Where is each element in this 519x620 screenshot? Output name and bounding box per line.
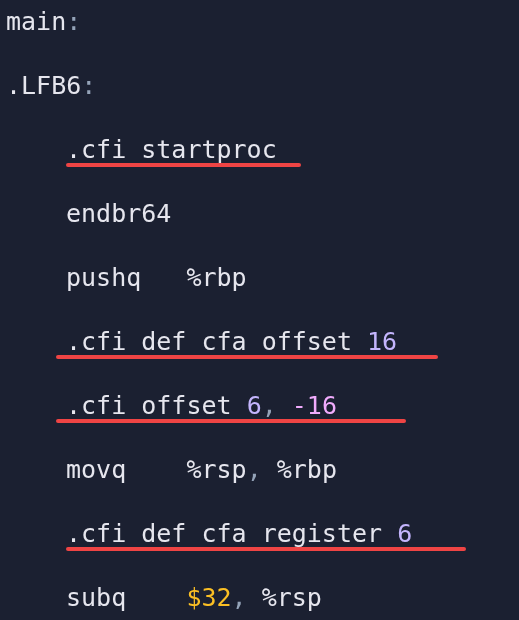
line-cfi-def-cfa-offset: .cfi_def_cfa_offset 16 bbox=[6, 326, 519, 358]
line-movq-rsp-rbp: movq %rsp, %rbp bbox=[6, 454, 519, 486]
operand: %rbp bbox=[277, 455, 337, 484]
comma: , bbox=[232, 583, 262, 612]
number: -16 bbox=[292, 391, 337, 420]
sp bbox=[382, 519, 397, 548]
directive: .cfi_startproc bbox=[66, 135, 277, 164]
line-cfi-offset: .cfi_offset 6, -16 bbox=[6, 390, 519, 422]
gap bbox=[141, 263, 186, 292]
opcode: subq bbox=[66, 583, 126, 612]
colon: : bbox=[81, 71, 96, 100]
line-pushq: pushq %rbp bbox=[6, 262, 519, 294]
opcode: endbr64 bbox=[66, 199, 171, 228]
line-endbr64: endbr64 bbox=[6, 198, 519, 230]
underline-icon bbox=[66, 547, 466, 551]
underline-icon bbox=[56, 355, 438, 359]
line-subq: subq $32, %rsp bbox=[6, 582, 519, 614]
opcode: movq bbox=[66, 455, 126, 484]
label: main bbox=[6, 7, 66, 36]
underline-icon bbox=[56, 419, 406, 423]
line-main-label: main: bbox=[6, 6, 519, 38]
operand: %rbp bbox=[186, 263, 246, 292]
sp bbox=[352, 327, 367, 356]
immediate: $32 bbox=[186, 583, 231, 612]
gap bbox=[126, 583, 186, 612]
line-lfb6-label: .LFB6: bbox=[6, 70, 519, 102]
label: .LFB6 bbox=[6, 71, 81, 100]
gap bbox=[126, 455, 186, 484]
directive: .cfi_def_cfa_register bbox=[66, 519, 382, 548]
opcode: pushq bbox=[66, 263, 141, 292]
comma: , bbox=[247, 455, 277, 484]
directive: .cfi_offset bbox=[66, 391, 232, 420]
comma: , bbox=[262, 391, 292, 420]
underline-icon bbox=[66, 163, 301, 167]
colon: : bbox=[66, 7, 81, 36]
operand: %rsp bbox=[186, 455, 246, 484]
operand: %rsp bbox=[262, 583, 322, 612]
assembly-listing: main: .LFB6: .cfi_startproc endbr64 push… bbox=[0, 0, 519, 620]
sp bbox=[232, 391, 247, 420]
number: 6 bbox=[397, 519, 412, 548]
directive: .cfi_def_cfa_offset bbox=[66, 327, 352, 356]
number: 16 bbox=[367, 327, 397, 356]
line-cfi-def-cfa-register: .cfi_def_cfa_register 6 bbox=[6, 518, 519, 550]
number: 6 bbox=[247, 391, 262, 420]
line-cfi-startproc: .cfi_startproc bbox=[6, 134, 519, 166]
